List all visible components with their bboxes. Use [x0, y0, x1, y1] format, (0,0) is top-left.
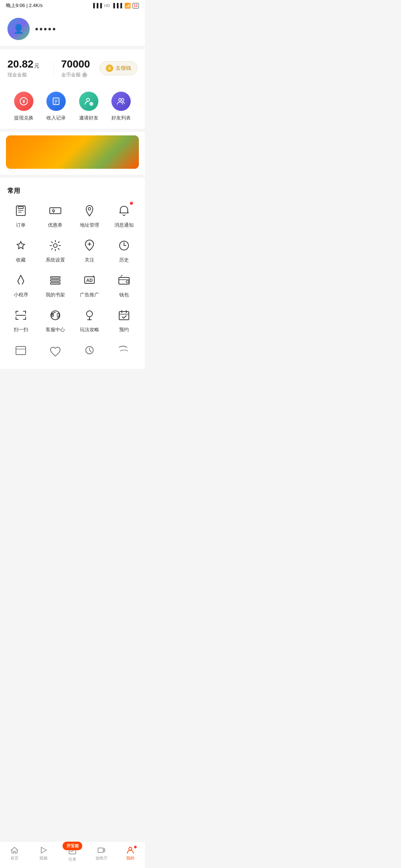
grid-item-support[interactable]: 客服中心: [40, 307, 70, 333]
common-section: 常用 订单: [0, 178, 145, 369]
svg-line-26: [21, 275, 24, 281]
svg-rect-41: [119, 312, 129, 320]
order-icon: [13, 203, 29, 219]
cash-label: 现金金额: [7, 72, 46, 78]
guide-icon: [81, 307, 98, 323]
more1-icon: [13, 342, 29, 358]
svg-point-11: [121, 99, 124, 101]
svg-point-21: [53, 244, 57, 247]
signal-icon: ▐▐▐: [92, 3, 102, 8]
signal-icon-2: ▐▐▐: [112, 3, 123, 8]
notification-badge: [130, 202, 133, 205]
grid-item-notification[interactable]: 消息通知: [109, 203, 139, 228]
grid-item-follow[interactable]: 关注: [75, 237, 104, 263]
grid-label-collect: 收藏: [16, 257, 26, 263]
grid-item-more2[interactable]: [40, 342, 70, 361]
svg-point-10: [119, 99, 121, 101]
grid-label-support: 客服中心: [46, 326, 65, 333]
cash-wallet: 20.82 元 现金金额: [7, 58, 46, 78]
grid-item-bookshelf[interactable]: 我的书架: [40, 272, 70, 298]
grid-label-reserve: 预约: [119, 326, 129, 333]
time: 晚上9:06: [6, 3, 25, 8]
more3-icon: [81, 342, 98, 358]
grid-row-2: 收藏 系统设置 关注: [0, 233, 145, 268]
divider-2: [0, 129, 145, 132]
grid-item-more4[interactable]: [109, 342, 139, 361]
svg-line-27: [18, 281, 19, 284]
coin-label: 金币金额 ?: [61, 72, 100, 78]
svg-rect-2: [53, 98, 59, 105]
wifi-icon: 📶: [124, 3, 131, 9]
grid-item-scan[interactable]: 扫一扫: [6, 307, 36, 333]
more2-icon: [47, 342, 63, 358]
avatar[interactable]: 👤: [7, 18, 30, 40]
action-invite[interactable]: 邀请好友: [79, 92, 98, 121]
section-title: 常用: [0, 181, 145, 198]
grid-label-ads: 广告推广: [80, 292, 99, 298]
grid-item-ads[interactable]: AD 广告推广: [75, 272, 104, 298]
grid-label-scan: 扫一扫: [14, 326, 28, 333]
grid-label-guide: 玩法攻略: [80, 326, 99, 333]
bookshelf-icon: [47, 272, 63, 289]
grid-item-coupon[interactable]: 优惠券: [40, 203, 70, 228]
settings-icon: [47, 237, 63, 254]
grid-row-3: 小程序 我的书架 AD: [0, 268, 145, 303]
coin-wallet: 70000 金币金额 ?: [61, 58, 100, 78]
support-icon: [47, 307, 63, 323]
svg-rect-12: [16, 206, 25, 216]
status-bar: 晚上9:06 | 2.4K/s ▐▐▐ HD ▐▐▐ 📶 11: [0, 0, 145, 10]
action-label-invite: 邀请好友: [79, 115, 98, 121]
withdraw-icon: ¥: [14, 92, 33, 111]
grid-label-wallet: 钱包: [119, 292, 129, 298]
history-icon: [116, 237, 132, 254]
banner-section[interactable]: [0, 132, 145, 175]
grid-item-collect[interactable]: 收藏: [6, 237, 36, 263]
svg-rect-31: [50, 283, 60, 284]
collect-icon: [13, 237, 29, 254]
quick-actions: ¥ 提现兑换 收入记录: [0, 86, 145, 129]
svg-rect-29: [50, 277, 60, 278]
grid-item-order[interactable]: 订单: [6, 203, 36, 228]
action-friends[interactable]: 好友列表: [111, 92, 131, 121]
ads-icon: AD: [81, 272, 98, 289]
grid-item-more3[interactable]: [75, 342, 104, 361]
friends-icon: [111, 92, 131, 111]
battery-icon: 11: [133, 3, 139, 9]
grid-item-history[interactable]: 历史: [109, 237, 139, 263]
follow-icon: [81, 237, 98, 254]
grid-row-1: 订单 优惠券 地址管理: [0, 198, 145, 233]
grid-item-guide[interactable]: 玩法攻略: [75, 307, 104, 333]
action-income[interactable]: 收入记录: [46, 92, 66, 121]
reserve-icon: [116, 307, 132, 323]
scan-icon: [13, 307, 29, 323]
grid-item-settings[interactable]: 系统设置: [40, 237, 70, 263]
grid-item-address[interactable]: 地址管理: [75, 203, 104, 228]
grid-label-bookshelf: 我的书架: [46, 292, 65, 298]
username: ●●●●●: [35, 26, 56, 32]
grid-item-miniapp[interactable]: 小程序: [6, 272, 36, 298]
status-icons: ▐▐▐ HD ▐▐▐ 📶 11: [92, 3, 139, 9]
action-label-friends: 好友列表: [111, 115, 131, 121]
svg-line-28: [22, 281, 24, 284]
grid-label-notification: 消息通知: [114, 222, 134, 228]
collect-btn-label: 去领钱: [115, 65, 131, 72]
divider-3: [0, 175, 145, 178]
miniapp-icon: [13, 272, 29, 289]
grid-item-reserve[interactable]: 预约: [109, 307, 139, 333]
coin-amount: 70000: [61, 58, 100, 70]
promo-banner[interactable]: [6, 135, 139, 169]
grid-label-history: 历史: [119, 257, 129, 263]
section-divider: [0, 46, 145, 49]
svg-point-6: [87, 98, 89, 101]
grid-label-follow: 关注: [85, 257, 94, 263]
action-withdraw[interactable]: ¥ 提现兑换: [14, 92, 33, 121]
svg-line-25: [18, 275, 21, 281]
collect-button[interactable]: ¥ 去领钱: [100, 61, 137, 75]
profile-section: 👤 ●●●●●: [0, 10, 145, 46]
svg-point-38: [87, 311, 92, 317]
cash-amount: 20.82 元: [7, 58, 46, 70]
grid-item-wallet[interactable]: 钱包: [109, 272, 139, 298]
hd-label: HD: [104, 3, 110, 8]
wallet-icon: [116, 272, 132, 289]
grid-item-more1[interactable]: [6, 342, 36, 361]
